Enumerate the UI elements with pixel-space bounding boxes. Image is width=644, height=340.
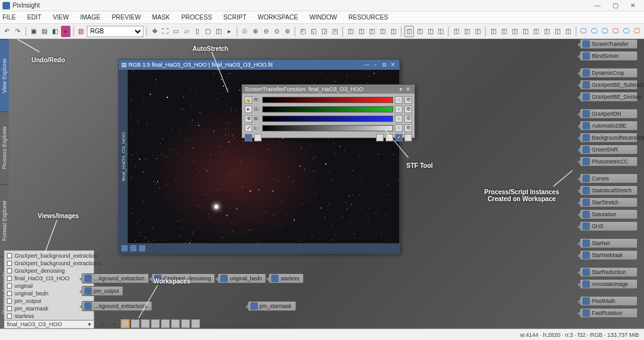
process-instance[interactable]: FastRotation <box>580 308 638 318</box>
tool-button[interactable]: ◫ <box>357 26 366 37</box>
ws-prev-button[interactable]: ◂ <box>96 318 107 329</box>
window-close-button[interactable]: ✕ <box>624 1 641 11</box>
menu-file[interactable]: FILE <box>3 14 16 21</box>
tool-button[interactable]: ◫ <box>452 26 461 37</box>
stf-row-reset-button[interactable]: ○ <box>395 124 402 132</box>
stf-reset-button[interactable] <box>376 134 384 141</box>
views-item-checkbox[interactable] <box>7 261 12 266</box>
workspace-tab[interactable]: original_bedn <box>218 273 266 283</box>
tool-fit-icon[interactable]: ⛶ <box>160 26 170 37</box>
process-instance[interactable]: StarNetMask <box>580 250 638 260</box>
stf-row-icon[interactable]: 🔒 <box>245 96 252 104</box>
image-win-close-icon[interactable]: ✕ <box>389 61 397 69</box>
workspace-thumb[interactable] <box>171 319 180 328</box>
ws-dropdown-button[interactable]: ▾ <box>108 318 119 329</box>
process-instance[interactable]: Saturation <box>580 209 638 219</box>
tool-button[interactable]: ◫ <box>462 26 472 37</box>
views-item[interactable]: GraXpert_background_extraction <box>4 252 94 260</box>
monitor-button[interactable]: 🖵 <box>600 26 609 37</box>
stf-row-icon[interactable]: ☢ <box>245 115 252 123</box>
stf-channel-slider[interactable] <box>262 97 393 103</box>
stf-row-settings-button[interactable]: ⚙ <box>404 96 412 104</box>
tool-move-icon[interactable]: ✥ <box>150 26 159 37</box>
process-instance[interactable]: StatisticalStretch <box>580 185 638 195</box>
workspace-tab[interactable]: …kground_extraction1 <box>82 301 152 311</box>
process-instance[interactable]: StarStretch <box>580 197 638 207</box>
stf-help-button[interactable] <box>404 134 412 141</box>
workspace-thumb[interactable] <box>131 319 140 328</box>
monitor-button[interactable]: 🖵 <box>621 26 631 37</box>
views-item[interactable]: GraXpert_denoising <box>4 267 94 275</box>
tool-button[interactable]: ◫ <box>404 26 414 37</box>
menu-script[interactable]: SCRIPT <box>223 14 247 21</box>
side-tab-format-explorer[interactable]: Format Explorer <box>0 184 9 256</box>
tool-button[interactable]: ◫ <box>367 26 377 37</box>
process-instance[interactable]: GreenSNR <box>580 145 638 155</box>
menu-view[interactable]: VIEW <box>53 14 69 21</box>
tool-button[interactable]: ● <box>61 26 70 37</box>
tool-button[interactable]: ◳ <box>330 26 340 37</box>
image-win-bot-button[interactable] <box>130 245 136 251</box>
views-combo[interactable]: final_HaO3_O3_HOO▾ <box>4 320 94 328</box>
stf-apply-button[interactable] <box>245 134 252 141</box>
pointer-icon[interactable]: ▸ <box>225 26 234 37</box>
monitor-button[interactable]: 🖵 <box>589 26 599 37</box>
tool-button[interactable]: ◫ <box>489 26 498 37</box>
menu-workspace[interactable]: WORKSPACE <box>258 14 298 21</box>
tool-button[interactable]: ▱ <box>182 26 191 37</box>
process-instance[interactable]: GraXpertBE_Division <box>580 92 638 102</box>
zoom-fit-icon[interactable]: ⊙ <box>272 26 282 37</box>
views-item-checkbox[interactable] <box>7 253 12 258</box>
workspace-thumb[interactable] <box>161 319 170 328</box>
save-button[interactable]: ▤ <box>40 26 49 37</box>
tool-button[interactable]: ◫ <box>542 26 552 37</box>
tool-button[interactable]: ◫ <box>436 26 446 37</box>
views-item-checkbox[interactable] <box>7 291 12 296</box>
monitor-button[interactable]: 🖵 <box>632 26 641 37</box>
menu-image[interactable]: IMAGE <box>80 14 100 21</box>
views-item-checkbox[interactable] <box>7 314 12 319</box>
image-win-max-icon[interactable]: ▫ <box>372 61 379 69</box>
process-instance[interactable]: BlindSolver <box>580 51 638 61</box>
tool-button[interactable]: ◫ <box>426 26 435 37</box>
workspace-tab[interactable]: starless <box>269 273 303 283</box>
stf-titlebar[interactable]: ScreenTransferFunction: final_HaO3_O3_HO… <box>242 85 414 94</box>
side-tab-view-explorer[interactable]: View Explorer <box>0 39 9 111</box>
tool-button[interactable]: ▢ <box>203 26 213 37</box>
workspace-thumb[interactable] <box>151 319 160 328</box>
monitor-button[interactable]: 🖵 <box>611 26 620 37</box>
zoom-in-icon[interactable]: ⊕ <box>251 26 260 37</box>
process-instance[interactable]: GHS <box>580 221 638 231</box>
views-item[interactable]: GraXpert_background_extraction1 <box>4 260 94 267</box>
process-instance[interactable]: AutomaticDBE <box>580 121 638 131</box>
menu-resources[interactable]: RESOURCES <box>348 14 388 21</box>
tool-button[interactable]: ◫ <box>510 26 519 37</box>
stf-row-settings-button[interactable]: ⚙ <box>404 115 412 123</box>
workspace-tab[interactable]: pm_output <box>82 286 123 296</box>
tool-button[interactable]: ◲ <box>319 26 329 37</box>
open-button[interactable]: ▣ <box>29 26 38 37</box>
image-window-titlebar[interactable]: ▤ RGB 1:5 final_HaO3_O3_HOO | final_HaO3… <box>119 60 399 70</box>
monitor-button[interactable]: 🖵 <box>579 26 589 37</box>
process-instance[interactable]: StarNet <box>580 238 638 248</box>
menu-edit[interactable]: EDIT <box>27 14 42 21</box>
tool-button[interactable]: ◫ <box>521 26 530 37</box>
stf-close-icon[interactable]: ✕ <box>404 85 412 93</box>
channel-select[interactable]: RGB <box>87 26 143 37</box>
workspace-tab[interactable]: GraXpert_denoising <box>152 273 216 283</box>
stf-channel-slider[interactable] <box>262 116 393 122</box>
stf-channel-slider[interactable] <box>262 125 393 131</box>
process-instance[interactable]: PixelMath <box>580 296 638 306</box>
stf-row-settings-button[interactable]: ⚙ <box>404 106 412 113</box>
workspace-thumb[interactable] <box>121 319 130 328</box>
tool-button[interactable]: ◫ <box>346 26 355 37</box>
tool-button[interactable]: ◰ <box>298 26 308 37</box>
stf-row-settings-button[interactable]: ⚙ <box>404 124 412 132</box>
stf-shade-icon[interactable]: ▾ <box>397 85 404 93</box>
stf-row-reset-button[interactable]: ○ <box>395 106 402 113</box>
channel-button[interactable]: ▥ <box>77 26 86 37</box>
stf-ok-button[interactable]: ✓ <box>395 134 402 141</box>
process-instance[interactable]: DynamicCrop <box>580 68 638 78</box>
image-win-restore-icon[interactable]: ⧉ <box>380 61 388 69</box>
tool-button[interactable]: ◫ <box>214 26 223 37</box>
